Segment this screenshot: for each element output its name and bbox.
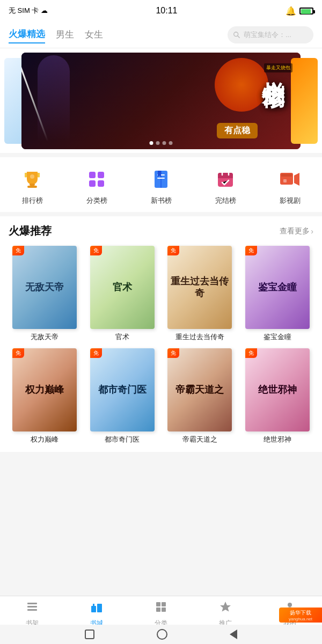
svg-rect-22 — [97, 604, 102, 612]
book-badge: 免 — [90, 348, 102, 358]
banner-sub-text: 有点稳 — [217, 123, 258, 138]
status-bar: 无 SIM 卡 ☁ 10:11 🔔 — [0, 0, 322, 21]
book-title-on-cover: 无敌天帝 — [23, 280, 66, 296]
svg-rect-5 — [89, 172, 96, 178]
book-label: 无敌天帝 — [31, 332, 58, 342]
banner-container[interactable]: 烂个剑修 暴走又烧包 有点稳 — [0, 48, 322, 153]
svg-rect-12 — [218, 175, 233, 178]
bottom-nav-icon-star — [219, 601, 232, 617]
book-badge: 免 — [167, 246, 179, 255]
banner-dot-2 — [156, 141, 160, 145]
svg-rect-3 — [27, 186, 37, 188]
hot-section: 火爆推荐 查看更多 › 免无敌天帝无敌天帝免官术官术免重生过去当传奇重生过去当传… — [0, 216, 322, 452]
bottom-nav-icon-category — [155, 601, 167, 617]
book-label: 绝世邪神 — [264, 435, 291, 444]
book-icon — [148, 166, 174, 193]
svg-rect-25 — [162, 602, 166, 606]
book-badge: 免 — [12, 246, 24, 255]
book-cover: 免重生过去当传奇 — [167, 246, 232, 329]
quick-item-video[interactable]: 影视剧 — [276, 166, 303, 206]
svg-rect-7 — [89, 180, 96, 187]
book-cover: 免都市奇门医 — [90, 348, 155, 431]
book-badge: 免 — [12, 348, 24, 358]
book-cover: 免无敌天帝 — [12, 246, 77, 329]
svg-rect-16 — [281, 174, 292, 177]
quick-item-category[interactable]: 分类榜 — [83, 166, 110, 206]
bottom-nav-icon-shelf — [26, 601, 39, 617]
book-cover: 免官术 — [90, 246, 155, 329]
svg-rect-8 — [98, 180, 104, 187]
grid-icon — [83, 166, 110, 193]
bottom-nav-item-书架[interactable]: 书架 — [0, 601, 64, 628]
banner-main[interactable]: 烂个剑修 暴走又烧包 有点稳 — [21, 53, 301, 149]
tab-male[interactable]: 男生 — [56, 26, 74, 43]
chevron-right-icon: › — [311, 227, 313, 236]
book-title-on-cover: 鉴宝金瞳 — [256, 280, 299, 296]
book-title-on-cover: 权力巅峰 — [23, 382, 66, 398]
battery-icon — [299, 8, 313, 14]
svg-rect-26 — [156, 608, 160, 612]
book-item[interactable]: 免绝世邪神绝世邪神 — [241, 348, 314, 444]
bottom-nav-item-分类[interactable]: 分类 — [129, 601, 193, 628]
book-label: 重生过去当传奇 — [175, 332, 224, 342]
bottom-nav-item-书城[interactable]: 书城 — [64, 601, 129, 628]
section-header: 火爆推荐 查看更多 › — [9, 224, 313, 238]
book-label: 权力巅峰 — [31, 435, 58, 444]
status-time: 10:11 — [156, 6, 177, 16]
site-url: yanghua.net — [289, 617, 312, 621]
quick-item-ranking[interactable]: 排行榜 — [19, 166, 46, 206]
book-title-on-cover: 都市奇门医 — [96, 382, 149, 398]
book-item[interactable]: 免鉴宝金瞳鉴宝金瞳 — [241, 246, 314, 342]
book-label: 鉴宝金瞳 — [264, 332, 291, 342]
sys-btn-back[interactable] — [230, 630, 237, 639]
book-item[interactable]: 免权力巅峰权力巅峰 — [9, 348, 81, 444]
book-item[interactable]: 免重生过去当传奇重生过去当传奇 — [164, 246, 236, 342]
book-item[interactable]: 免帝霸天道之帝霸天道之 — [164, 348, 236, 444]
nav-tabs-bar: 火爆精选 男生 女生 萌宝集结令：... — [0, 21, 322, 48]
banner-author-badge: 暴走又烧包 — [264, 63, 292, 72]
book-cover: 免权力巅峰 — [12, 348, 77, 431]
system-nav — [0, 625, 322, 644]
sys-btn-square[interactable] — [85, 630, 94, 639]
svg-rect-24 — [156, 602, 160, 606]
book-label: 帝霸天道之 — [182, 435, 217, 444]
status-icons: 🔔 — [286, 6, 313, 16]
sys-btn-circle[interactable] — [157, 629, 167, 640]
tab-female[interactable]: 女生 — [85, 26, 103, 43]
quick-label-video: 影视剧 — [280, 196, 301, 206]
quick-item-completed[interactable]: 完结榜 — [212, 166, 239, 206]
book-badge: 免 — [245, 348, 257, 358]
book-item[interactable]: 免无敌天帝无敌天帝 — [9, 246, 81, 342]
book-cover: 免绝世邪神 — [245, 348, 310, 431]
search-placeholder: 萌宝集结令：... — [244, 30, 291, 40]
svg-rect-27 — [162, 608, 166, 612]
book-item[interactable]: 免官术官术 — [86, 246, 159, 342]
book-badge: 免 — [245, 246, 257, 255]
bottom-nav-icon-city — [90, 601, 103, 617]
svg-line-1 — [238, 35, 240, 38]
search-box[interactable]: 萌宝集结令：... — [228, 26, 313, 43]
section-more-button[interactable]: 查看更多 › — [280, 226, 313, 236]
notification-icon: 🔔 — [286, 6, 296, 16]
book-title-on-cover: 重生过去当传奇 — [167, 274, 232, 301]
banner-dot-3 — [163, 141, 166, 145]
quick-label-completed: 完结榜 — [215, 196, 236, 206]
quick-item-new-books[interactable]: 新书榜 — [148, 166, 174, 206]
quick-menu: 排行榜 分类榜 新书榜 — [0, 157, 322, 212]
book-cover: 免帝霸天道之 — [167, 348, 232, 431]
svg-rect-18 — [27, 603, 37, 604]
svg-point-4 — [30, 174, 34, 179]
status-carrier: 无 SIM 卡 ☁ — [9, 6, 48, 16]
book-title-on-cover: 官术 — [111, 280, 134, 296]
watermark: 扬华下载 yanghua.net — [279, 608, 322, 623]
book-cover: 免鉴宝金瞳 — [245, 246, 310, 329]
book-badge: 免 — [167, 348, 179, 358]
tab-hot-selection[interactable]: 火爆精选 — [9, 26, 45, 43]
quick-label-new-books: 新书榜 — [151, 196, 172, 206]
banner-dots — [150, 141, 173, 145]
book-item[interactable]: 免都市奇门医都市奇门医 — [86, 348, 159, 444]
trophy-icon — [19, 166, 46, 193]
bottom-nav: 书架书城分类推广我的 — [0, 596, 322, 644]
svg-rect-20 — [27, 609, 37, 611]
bottom-nav-item-推广[interactable]: 推广 — [193, 601, 258, 628]
